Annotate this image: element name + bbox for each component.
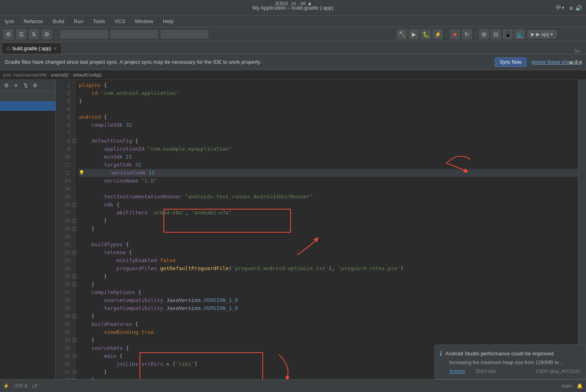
tab-right-area: S▾	[575, 48, 584, 54]
terminal-btn[interactable]: ⊟	[491, 29, 501, 39]
filter-field[interactable]	[110, 30, 158, 39]
sidebar-gear-btn[interactable]: ⚙	[31, 82, 39, 90]
ln-9: 9	[56, 145, 73, 153]
code-line-27: compileOptions {	[79, 288, 578, 296]
search-field[interactable]	[60, 30, 108, 39]
title-bar: 星期四 20：00 ● My Application – build.gradl…	[0, 0, 586, 16]
sync-now-button[interactable]: Sync Now	[495, 57, 527, 67]
code-line-17: abiFilters 'arm64-v8a', 'armeabi-v7a'	[79, 209, 578, 217]
help-icon: ⚙	[570, 5, 573, 11]
code-editor[interactable]: 1 2 3 4 5 6 7 8 − 9 10 11 12 13 14 15 16…	[56, 80, 578, 389]
menu-lyze[interactable]: lyze	[3, 18, 16, 25]
code-line-16: ndk {	[79, 201, 578, 209]
status-git[interactable]: main	[562, 383, 572, 389]
toolbar-sep	[56, 30, 56, 38]
sidebar-expand-btn[interactable]: ⇅	[22, 82, 29, 90]
menu-help[interactable]: Help	[161, 18, 175, 25]
status-lf[interactable]: LF	[32, 383, 38, 389]
actions-button[interactable]: Actions	[449, 368, 465, 374]
sidebar-item-2[interactable]	[0, 101, 55, 111]
right-scrollbar[interactable]	[578, 80, 586, 389]
warning-collapse[interactable]: ∧	[579, 59, 583, 65]
tab-close-icon[interactable]: ✕	[53, 46, 57, 51]
toolbar-center	[60, 30, 394, 39]
device-btn[interactable]: 📱	[503, 29, 513, 39]
avd-btn[interactable]: 📺	[515, 29, 525, 39]
menu-bar: lyze Refactor Build Run Tools VCS Window…	[0, 16, 586, 27]
sidebar-settings-btn[interactable]: ⚙	[2, 82, 10, 90]
ln-7: 7	[56, 129, 73, 137]
status-notifications[interactable]: 🔔	[577, 383, 583, 389]
notification-actions: Actions · Don't sho CSDN @qq_40715157	[440, 368, 581, 374]
layout-btn[interactable]: ⊞	[479, 29, 489, 39]
code-line-26: }	[79, 280, 578, 288]
code-line-8: defaultConfig {	[79, 137, 578, 145]
code-line-1: plugins {	[79, 81, 578, 89]
sync-notification-bar: Gradle files have changed since last pro…	[0, 54, 586, 70]
status-path: ⚡	[3, 383, 9, 389]
status-bar-right: main 🔔	[562, 383, 583, 389]
code-line-13: versionName "1.0"	[79, 177, 578, 185]
code-line-25: }	[79, 272, 578, 280]
sidebar-item-3[interactable]	[0, 111, 55, 120]
extra-field[interactable]	[161, 30, 208, 39]
code-line-21: buildTypes {	[79, 241, 578, 249]
ln-22: 22 −	[56, 249, 73, 257]
settings-btn[interactable]: ⚙	[3, 29, 14, 39]
code-line-19: }	[79, 225, 578, 233]
sidebar-item-4[interactable]	[0, 120, 55, 130]
toolbar-right-icons: 🔨 ▶ 🐛 ⚡ ■ ↻ ⊞ ⊟ 📱 📺	[397, 29, 525, 39]
tab-build-gradle[interactable]: G build.gradle (:app) ✕	[2, 43, 62, 54]
line-numbers: 1 2 3 4 5 6 7 8 − 9 10 11 12 13 14 15 16…	[56, 80, 76, 389]
build-btn[interactable]: 🔨	[397, 29, 407, 39]
ln-25: 25 −	[56, 272, 73, 280]
code-line-15: testInstrumentationRunner "androidx.test…	[79, 193, 578, 201]
menu-run[interactable]: Run	[72, 18, 85, 25]
code-line-23: minifyEnabled false	[79, 257, 578, 265]
ln-19: 19 −	[56, 225, 73, 233]
tab-scroll-right[interactable]: S▾	[575, 48, 580, 54]
menu-tools[interactable]: Tools	[91, 18, 106, 25]
code-content[interactable]: 1 2 3 4 5 6 7 8 − 9 10 11 12 13 14 15 16…	[56, 80, 578, 389]
run-config-selector[interactable]: ▶ ▶ app ▾	[527, 30, 557, 38]
profile-btn[interactable]: ⚡	[433, 29, 443, 39]
code-line-2: id 'com.android.application'	[79, 89, 578, 97]
sync-btn[interactable]: ↻	[462, 29, 472, 39]
sep2	[446, 30, 446, 38]
dont-show-button[interactable]: Don't sho	[476, 368, 496, 374]
menu-build[interactable]: Build	[51, 18, 66, 25]
ln-35: 35 −	[56, 352, 73, 360]
ln-8: 8 −	[56, 137, 73, 145]
sync-message: Gradle files have changed since last pro…	[5, 59, 490, 65]
ln-4: 4	[56, 105, 73, 113]
code-line-24: proguardFiles getDefaultProguardFile('pr…	[79, 265, 578, 272]
code-line-22: release {	[79, 249, 578, 257]
volume-icon: 🔊	[575, 5, 582, 11]
menu-refactor[interactable]: Refactor	[22, 18, 45, 25]
ln-6: 6	[56, 121, 73, 129]
sidebar-item-1[interactable]	[0, 92, 55, 101]
menu-vcs[interactable]: VCS	[113, 18, 127, 25]
status-encoding[interactable]: UTF-8	[14, 383, 28, 389]
ln-33: 33 −	[56, 336, 73, 344]
code-line-3: }	[79, 97, 578, 105]
run-btn[interactable]: ▶	[409, 29, 419, 39]
info-icon: ℹ	[440, 350, 442, 357]
sidebar-collapse-btn[interactable]: ≡	[12, 82, 20, 90]
breadcrumb-defaultconfig[interactable]: defaultConfig()	[73, 73, 102, 77]
ln-11: 11	[56, 161, 73, 169]
sort-btn[interactable]: ⇅	[29, 29, 39, 39]
ln-17: 17	[56, 209, 73, 217]
code-lines-area[interactable]: plugins { id 'com.android.application' }…	[76, 80, 578, 389]
code-line-33: }	[79, 336, 578, 344]
stop-btn[interactable]: ■	[450, 29, 460, 39]
notification-title-text: Android Studio performance could be impr…	[445, 351, 554, 357]
lightbulb-icon[interactable]: 💡	[79, 169, 85, 177]
code-line-12: 💡 versionCode 12	[79, 169, 578, 177]
menu-window[interactable]: Window	[133, 18, 155, 25]
left-sidebar: ⚙ ≡ ⇅ ⚙	[0, 80, 56, 389]
breadcrumb-android[interactable]: android{}	[51, 73, 69, 77]
debug-btn[interactable]: 🐛	[421, 29, 431, 39]
gear-btn[interactable]: ⚙	[41, 29, 52, 39]
list-btn[interactable]: ☰	[16, 29, 26, 39]
